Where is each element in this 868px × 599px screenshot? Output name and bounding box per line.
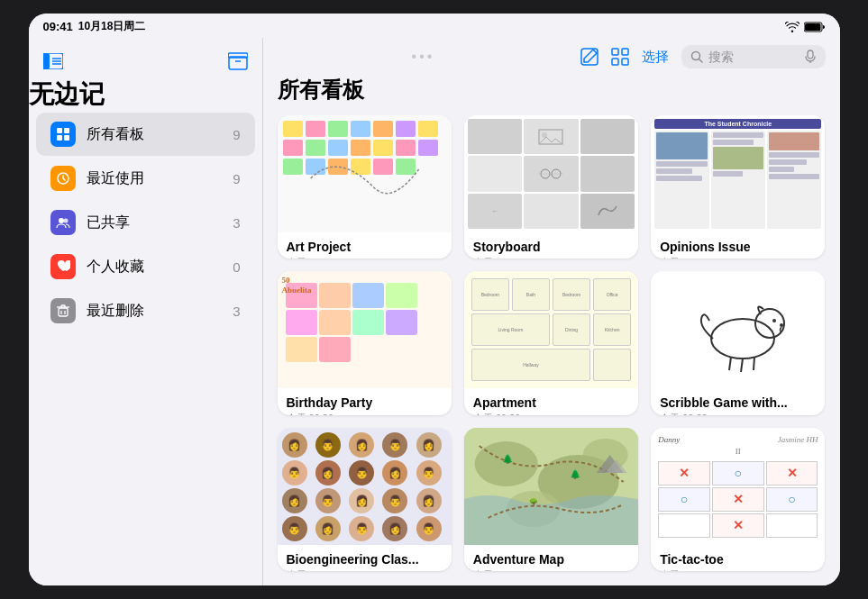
bio-name: Bioengineering Clas...: [287, 552, 443, 567]
scribble-thumb: [651, 271, 825, 388]
adventure-date: 今天 09:33: [473, 568, 629, 571]
three-dots-icon: •••: [412, 49, 435, 65]
board-card-opinions[interactable]: The Student Chronicle: [651, 115, 825, 259]
favorites-icon: [50, 254, 76, 279]
ttt-date: 今天 09:38: [660, 568, 816, 571]
deleted-count: 3: [233, 304, 240, 319]
art-project-name: Art Project: [287, 240, 443, 254]
board-card-art-project[interactable]: Art Project 今天 09:40 与 Danny Rico 共享: [278, 115, 452, 259]
select-button[interactable]: 选择: [642, 49, 669, 66]
search-input[interactable]: [708, 50, 799, 64]
svg-text:🌳: 🌳: [528, 497, 537, 506]
svg-point-43: [474, 441, 537, 486]
svg-rect-25: [622, 59, 628, 65]
all-boards-label: 所有看板: [87, 125, 223, 144]
scribble-date: 今天 09:33: [660, 412, 816, 414]
bio-info: Bioengineering Clas... 今天 09:39: [278, 545, 452, 571]
art-project-info: Art Project 今天 09:40 与 Danny Rico 共享: [278, 232, 452, 259]
svg-point-41: [780, 323, 783, 327]
svg-rect-22: [612, 49, 618, 55]
new-board-icon[interactable]: [580, 48, 598, 66]
board-card-bio[interactable]: 👩 👨 👩 👨 👩 👨 👩 👨 👩 👨: [278, 428, 452, 571]
svg-rect-24: [612, 59, 618, 65]
shared-count: 3: [233, 215, 240, 231]
favorites-label: 个人收藏: [87, 258, 223, 277]
sidebar-title: 无边记: [29, 77, 262, 112]
all-boards-count: 9: [233, 127, 240, 142]
apartment-name: Apartment: [473, 395, 629, 410]
art-project-thumb: [278, 115, 452, 232]
svg-rect-28: [808, 50, 813, 59]
deleted-icon: [50, 298, 76, 323]
grid-view-icon[interactable]: [611, 48, 629, 66]
content-toolbar: •••: [263, 38, 840, 76]
status-right: [785, 22, 826, 32]
bio-thumb: 👩 👨 👩 👨 👩 👨 👩 👨 👩 👨: [278, 428, 452, 545]
storyboard-thumb: ←: [464, 115, 638, 232]
board-card-storyboard[interactable]: ← Storyboard 今天 09:40: [464, 115, 638, 259]
favorites-count: 0: [233, 259, 240, 275]
svg-line-38: [741, 358, 743, 372]
sidebar-item-all-boards[interactable]: 所有看板 9: [36, 113, 255, 156]
board-card-ttt[interactable]: Danny Jasmine HH II ✕ ○ ✕ ○ ✕ ○ ✕: [651, 428, 825, 571]
board-card-apartment[interactable]: Bedroom Bath Bedroom Office Living Room …: [464, 271, 638, 414]
scribble-name: Scribble Game with...: [660, 395, 816, 410]
sidebar-header: [29, 52, 262, 77]
wifi-icon: [785, 22, 799, 32]
scribble-info: Scribble Game with... 今天 09:33: [651, 388, 825, 414]
ttt-name: Tic-tac-toe: [660, 552, 816, 567]
board-card-birthday[interactable]: 50 Abuelita: [278, 271, 452, 414]
board-grid: Art Project 今天 09:40 与 Danny Rico 共享: [263, 115, 840, 585]
board-card-adventure[interactable]: 🌲 🌲 🌳 Adventure Map 今天 09:33: [464, 428, 638, 571]
apartment-info: Apartment 今天 09:39: [464, 388, 638, 414]
status-bar: 09:41 10月18日周二: [29, 14, 840, 38]
device-frame: 09:41 10月18日周二: [29, 14, 840, 585]
ttt-info: Tic-tac-toe 今天 09:38 与 Jasmine Garcia 共享: [651, 545, 825, 571]
storyboard-info: Storyboard 今天 09:40: [464, 232, 638, 259]
svg-line-39: [754, 357, 754, 370]
svg-text:🌲: 🌲: [501, 453, 513, 465]
sidebar-items: 所有看板 9 最近使用 9: [29, 112, 262, 585]
shared-label: 已共享: [87, 213, 223, 232]
recent-count: 9: [233, 171, 240, 186]
birthday-info: Birthday Party 今天 09:39: [278, 388, 452, 414]
apartment-thumb: Bedroom Bath Bedroom Office Living Room …: [464, 271, 638, 388]
board-card-scribble[interactable]: Scribble Game with... 今天 09:33: [651, 271, 825, 414]
sidebar-item-shared[interactable]: 已共享 3: [36, 201, 255, 244]
deleted-label: 最近删除: [87, 302, 223, 321]
search-icon: [690, 50, 703, 63]
shared-icon: [50, 210, 76, 235]
search-bar[interactable]: [681, 45, 826, 68]
adventure-thumb: 🌲 🌲 🌳: [464, 428, 638, 545]
status-time: 09:41: [43, 20, 73, 33]
adventure-info: Adventure Map 今天 09:33: [464, 545, 638, 571]
svg-rect-7: [229, 57, 247, 69]
svg-rect-12: [57, 135, 62, 141]
battery-icon: [804, 22, 826, 32]
svg-point-40: [772, 319, 776, 322]
svg-rect-8: [228, 53, 248, 58]
sidebar-toggle-icon[interactable]: [43, 53, 63, 69]
storyboard-date: 今天 09:40: [473, 256, 629, 259]
all-boards-icon: [50, 122, 76, 147]
svg-rect-13: [64, 135, 69, 141]
ttt-thumb: Danny Jasmine HH II ✕ ○ ✕ ○ ✕ ○ ✕: [651, 428, 825, 545]
microphone-icon[interactable]: [804, 50, 817, 64]
svg-line-27: [699, 59, 702, 63]
svg-point-35: [711, 319, 774, 358]
svg-rect-10: [57, 128, 62, 133]
sidebar-item-deleted[interactable]: 最近删除 3: [36, 289, 255, 332]
sidebar-archive-icon[interactable]: [228, 52, 248, 70]
toolbar-dots: •••: [278, 49, 570, 65]
birthday-name: Birthday Party: [287, 395, 443, 410]
sidebar-item-favorites[interactable]: 个人收藏 0: [36, 245, 255, 288]
svg-point-16: [63, 219, 68, 223]
svg-rect-17: [59, 308, 68, 316]
svg-text:🌲: 🌲: [569, 468, 580, 480]
svg-line-37: [729, 357, 731, 370]
svg-point-15: [59, 218, 64, 223]
bio-date: 今天 09:39: [287, 568, 443, 571]
sidebar-item-recent[interactable]: 最近使用 9: [36, 157, 255, 200]
svg-rect-1: [805, 23, 821, 31]
main-layout: 无边记 所有看板 9: [29, 38, 840, 585]
